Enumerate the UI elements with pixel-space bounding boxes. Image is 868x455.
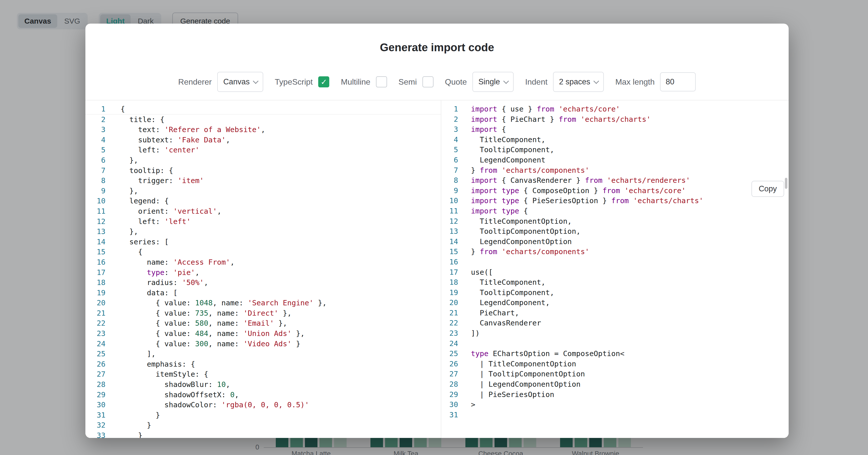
line-number: 18 <box>85 278 105 288</box>
line-number: 3 <box>441 124 458 135</box>
code-line: 32 } <box>85 420 441 430</box>
code-line: 3import { <box>441 124 788 135</box>
code-line: 31 <box>441 410 788 420</box>
multiline-checkbox[interactable] <box>376 76 387 87</box>
code-text: import { <box>458 124 506 135</box>
line-number: 20 <box>441 298 458 308</box>
semi-checkbox[interactable] <box>423 76 434 87</box>
line-number: 23 <box>441 328 458 338</box>
line-number: 6 <box>441 155 458 165</box>
line-number: 7 <box>441 165 458 175</box>
code-text: } from 'echarts/components' <box>458 165 589 175</box>
code-line: 26 | TitleComponentOption <box>441 359 788 369</box>
code-line: 28 | LegendComponentOption <box>441 379 788 389</box>
code-line: 22 { value: 580, name: 'Email' }, <box>85 318 441 328</box>
code-line: 14 series: [ <box>85 237 441 247</box>
code-line: 12 left: 'left' <box>85 217 441 227</box>
code-line: 20 { value: 1048, name: 'Search Engine' … <box>85 298 441 308</box>
code-line: 17use([ <box>441 267 788 278</box>
code-line: 1import { use } from 'echarts/core' <box>441 104 788 114</box>
quote-select-value: Single <box>478 77 500 86</box>
line-number: 15 <box>85 247 105 257</box>
line-number: 24 <box>441 338 458 349</box>
line-number: 21 <box>85 308 105 318</box>
code-line: 18 radius: '50%', <box>85 278 441 288</box>
code-text: shadowColor: 'rgba(0, 0, 0, 0.5)' <box>105 400 309 410</box>
code-line: 6 LegendComponent <box>441 155 788 165</box>
line-number: 10 <box>441 196 458 206</box>
line-number: 1 <box>441 104 458 114</box>
code-text: series: [ <box>105 237 169 247</box>
code-line: 1{ <box>85 104 441 115</box>
code-line: 22 CanvasRenderer <box>441 318 788 328</box>
code-line: 11import type { <box>441 206 788 216</box>
code-text: legend: { <box>105 196 169 206</box>
line-number: 9 <box>441 186 458 196</box>
indent-select[interactable]: 2 spaces <box>553 72 604 92</box>
line-number: 2 <box>441 114 458 125</box>
typescript-checkbox[interactable]: ✓ <box>318 76 329 87</box>
code-text: | PieSeriesOption <box>458 389 554 400</box>
code-text: title: { <box>105 115 164 125</box>
code-text: } <box>105 430 143 438</box>
code-text: LegendComponent <box>458 155 546 165</box>
scrollbar-thumb[interactable] <box>785 178 787 189</box>
code-text: LegendComponentOption <box>458 236 572 247</box>
code-text: }, <box>105 186 138 196</box>
code-line: 23 { value: 484, name: 'Union Ads' }, <box>85 328 441 339</box>
code-text: { value: 580, name: 'Email' }, <box>105 318 287 328</box>
copy-button[interactable]: Copy <box>751 181 784 197</box>
code-line: 21 { value: 735, name: 'Direct' }, <box>85 308 441 318</box>
code-line: 7 tooltip: { <box>85 165 441 176</box>
code-text: TitleComponent, <box>458 135 546 145</box>
code-line: 9 }, <box>85 186 441 196</box>
code-line: 25type EChartsOption = ComposeOption< <box>441 349 788 359</box>
code-text: | TitleComponentOption <box>458 359 576 369</box>
renderer-select[interactable]: Canvas <box>217 72 263 92</box>
quote-select[interactable]: Single <box>472 72 514 92</box>
code-line: 20 LegendComponent, <box>441 298 788 308</box>
semi-label: Semi <box>399 77 417 87</box>
code-text <box>458 257 471 267</box>
code-text: { value: 735, name: 'Direct' }, <box>105 308 291 318</box>
line-number: 23 <box>85 328 105 339</box>
line-number: 2 <box>85 115 105 125</box>
code-line: 21 PieChart, <box>441 308 788 318</box>
code-text: { value: 484, name: 'Union Ads' }, <box>105 328 305 339</box>
line-number: 13 <box>85 227 105 237</box>
code-line: 11 orient: 'vertical', <box>85 206 441 217</box>
import-code-editor[interactable]: 1import { use } from 'echarts/core'2impo… <box>441 100 788 438</box>
code-line: 24 <box>441 338 788 349</box>
line-number: 12 <box>441 216 458 227</box>
line-number: 24 <box>85 339 105 349</box>
dialog-toolbar: Renderer Canvas TypeScript ✓ Multiline S… <box>85 72 788 91</box>
code-line: 33 } <box>85 430 441 438</box>
chevron-down-icon <box>593 78 599 84</box>
line-number: 19 <box>441 288 458 298</box>
code-line: 5 left: 'center' <box>85 145 441 155</box>
chevron-down-icon <box>503 78 509 84</box>
code-area: 1{2 title: {3 text: 'Referer of a Websit… <box>85 100 788 438</box>
line-number: 1 <box>85 104 105 114</box>
code-text: import type { PieSeriesOption } from 'ec… <box>458 196 703 206</box>
code-text: TooltipComponent, <box>458 288 554 298</box>
code-text: radius: '50%', <box>105 278 208 288</box>
option-code-editor[interactable]: 1{2 title: {3 text: 'Referer of a Websit… <box>85 100 441 438</box>
code-text: }, <box>105 155 138 165</box>
code-text: use([ <box>458 267 493 278</box>
code-line: 2 title: { <box>85 115 441 125</box>
line-number: 25 <box>441 349 458 359</box>
code-line: 10import type { PieSeriesOption } from '… <box>441 196 788 206</box>
code-line: 5 TooltipComponent, <box>441 144 788 155</box>
chevron-down-icon <box>253 78 259 84</box>
code-line: 30> <box>441 399 788 410</box>
code-line: 16 <box>441 257 788 267</box>
line-number: 29 <box>85 390 105 400</box>
code-line: 27 itemStyle: { <box>85 369 441 380</box>
code-text: } <box>105 420 151 430</box>
max-length-input[interactable] <box>660 72 696 91</box>
line-number: 6 <box>85 155 105 165</box>
code-text: } from 'echarts/components' <box>458 247 589 257</box>
code-line: 30 shadowColor: 'rgba(0, 0, 0, 0.5)' <box>85 400 441 410</box>
line-number: 14 <box>85 237 105 247</box>
